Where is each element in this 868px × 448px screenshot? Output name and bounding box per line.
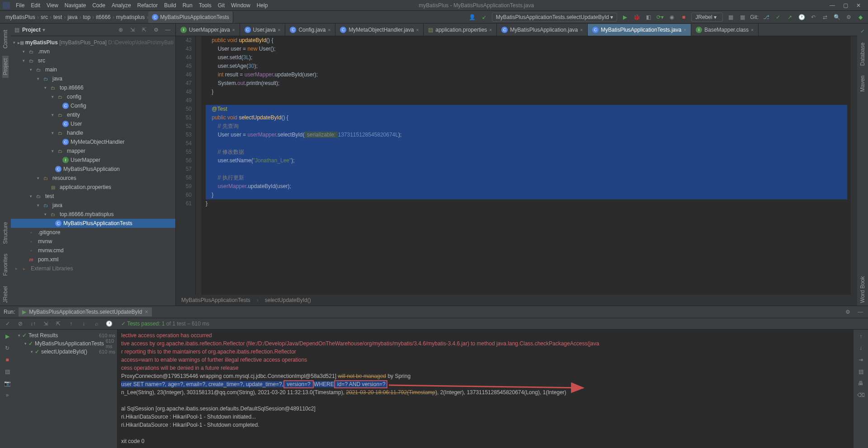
tree-item[interactable]: ▾🗀java (11, 201, 175, 210)
menu-navigate[interactable]: Navigate (61, 2, 89, 9)
tree-item[interactable]: ▾🗀resources (11, 174, 175, 183)
crumb[interactable]: it6666 (94, 14, 113, 20)
print-icon[interactable]: 🖶 (857, 379, 865, 387)
tree-item[interactable]: ▾🗀.mvn (11, 47, 175, 56)
git-push-icon[interactable]: ↗ (786, 13, 794, 21)
tree-item[interactable]: ▫.gitignore (11, 228, 175, 237)
menu-tools[interactable]: Tools (196, 2, 215, 9)
rerun-icon[interactable]: ▶ (3, 332, 11, 340)
tree-item[interactable]: IUserMapper (11, 156, 175, 165)
git-rollback-icon[interactable]: ↶ (809, 13, 817, 21)
tree-item[interactable]: ▸▸External Libraries (11, 264, 175, 273)
tree-item[interactable]: ▾🗀top.it6666 (11, 83, 175, 92)
maximize-icon[interactable]: ▢ (843, 2, 848, 9)
tree-item[interactable]: ▾🗀java (11, 74, 175, 83)
run-tab[interactable]: ▶MyBatisPlusApplicationTests.selectUpdat… (19, 307, 151, 316)
pin-icon[interactable]: ▤ (3, 368, 11, 376)
scroll-down-icon[interactable]: ↓ (857, 344, 865, 352)
coverage-icon[interactable]: ◧ (644, 13, 652, 21)
stop-icon[interactable]: ■ (679, 13, 688, 21)
tree-item[interactable]: CConfig (11, 101, 175, 110)
stop-run-icon[interactable]: ■ (3, 356, 11, 364)
jrebel-icon1[interactable]: ▦ (726, 13, 735, 21)
tool-favorites[interactable]: Favorites (2, 251, 9, 278)
run-hide-icon[interactable]: — (856, 308, 864, 316)
expand-all-icon[interactable]: ⇲ (128, 26, 137, 34)
git-branch-icon[interactable]: ⎇ (762, 13, 770, 21)
crumb[interactable]: test (52, 14, 64, 20)
hide-icon[interactable]: — (164, 26, 172, 34)
menu-help[interactable]: Help (254, 2, 271, 9)
clear-icon[interactable]: ⌫ (857, 391, 865, 399)
crumb[interactable]: mybatisplus (114, 14, 146, 20)
menu-window[interactable]: Window (228, 2, 254, 9)
project-dropdown-icon[interactable]: ▤ (14, 27, 19, 33)
tool-wordbook[interactable]: Word Book (859, 274, 866, 306)
add-config-icon[interactable]: 👤 (468, 13, 476, 21)
editor-tab[interactable]: CMyMetaObjectHandler.java× (335, 24, 424, 36)
tree-item[interactable]: CMyMetaObjectHandler (11, 137, 175, 146)
test-tree-item[interactable]: ▾✓selectUpdateById()610 ms (16, 348, 115, 356)
camera-icon[interactable]: 📷 (3, 379, 11, 387)
editor-tab[interactable]: IUserMapper.java× (176, 24, 240, 36)
inspection-ok-icon[interactable]: ✓ (859, 27, 867, 35)
tree-item[interactable]: ▾🗀config (11, 92, 175, 101)
crumb-file[interactable]: CMyBatisPlusApplicationTests (148, 11, 233, 23)
expand-icon[interactable]: ⇲ (42, 320, 50, 328)
settings-icon[interactable]: ⚙ (152, 26, 160, 34)
menu-edit[interactable]: Edit (28, 2, 43, 9)
run-icon[interactable]: ▶ (621, 13, 629, 21)
tree-item[interactable]: ▾🗀main (11, 65, 175, 74)
git-history-icon[interactable]: 🕐 (797, 13, 806, 21)
code-area[interactable]: public void updateById() { User user = n… (202, 36, 851, 295)
menu-refactor[interactable]: Refactor (134, 2, 161, 9)
tree-item[interactable]: mpom.xml (11, 255, 175, 264)
crumb[interactable]: myBatisPlus (4, 14, 37, 20)
crumb[interactable]: top (81, 14, 92, 20)
tree-item[interactable]: ▤application.properties (11, 183, 175, 192)
tree-item[interactable]: ▾🗀entity (11, 110, 175, 119)
tree-item[interactable]: CUser (11, 119, 175, 128)
tool-project[interactable]: Project (2, 56, 9, 78)
tree-item[interactable]: ▾🗀mapper (11, 146, 175, 156)
menu-build[interactable]: Build (161, 2, 179, 9)
search-icon[interactable]: 🔍 (833, 13, 841, 21)
tree-item[interactable]: ▫mvnw (11, 237, 175, 246)
editor-tab[interactable]: CUser.java× (240, 24, 286, 36)
scrolllock-icon[interactable]: ▤ (857, 368, 865, 376)
menu-analyze[interactable]: Analyze (108, 2, 134, 9)
run-config-combo[interactable]: MyBatisPlusApplicationTests.selectUpdate… (492, 13, 617, 22)
tool-jrebel[interactable]: JRebel (2, 283, 9, 306)
plugin-icon[interactable]: ◆ (856, 13, 864, 21)
codewithme-icon[interactable]: ⇄ (821, 13, 829, 21)
editor-tab[interactable]: IBaseMapper.class× (691, 24, 759, 36)
editor-body[interactable]: 4243444546474849505152535455565758596061… (176, 36, 857, 295)
editor-scrollbar[interactable] (851, 36, 857, 295)
tool-structure[interactable]: Structure (2, 219, 9, 247)
tool-commit[interactable]: Commit (2, 27, 9, 51)
tree-item[interactable]: ▾🗀top.it6666.mybatisplus (11, 210, 175, 219)
debug-icon[interactable]: 🐞 (632, 13, 641, 21)
editor-tab[interactable]: ▤application.properties× (424, 24, 497, 36)
select-opened-icon[interactable]: ⊕ (117, 26, 125, 34)
jrebel-icon2[interactable]: ▦ (738, 13, 746, 21)
crumb[interactable]: src (39, 14, 50, 20)
more-icon[interactable]: » (3, 391, 11, 399)
menu-code[interactable]: Code (89, 2, 108, 9)
project-tree[interactable]: ▾▸▦ myBatisPlus [myBatisPlus_Proa] D:\De… (11, 36, 175, 306)
menu-git[interactable]: Git (215, 2, 228, 9)
show-ignored-icon[interactable]: ⊘ (16, 320, 24, 328)
tree-root[interactable]: ▾▸▦ myBatisPlus [myBatisPlus_Proa] D:\De… (11, 38, 175, 47)
test-tree-item[interactable]: ▾✓Test Results610 ms (16, 331, 115, 340)
tree-item[interactable]: ▫mvnw.cmd (11, 246, 175, 255)
settings-icon[interactable]: ⚙ (844, 13, 853, 21)
close-icon[interactable]: ✕ (856, 2, 861, 9)
prev-icon[interactable]: ↑ (67, 320, 75, 328)
crumb[interactable]: java (66, 14, 79, 20)
menu-run[interactable]: Run (179, 2, 196, 9)
scroll-up-icon[interactable]: ↑ (857, 332, 865, 340)
vcs-update-icon[interactable]: ↙ (480, 13, 488, 21)
collapse-icon[interactable]: ⇱ (54, 320, 62, 328)
rerun-failed-icon[interactable]: ↻ (3, 344, 11, 352)
show-passed-icon[interactable]: ✓ (4, 320, 12, 328)
